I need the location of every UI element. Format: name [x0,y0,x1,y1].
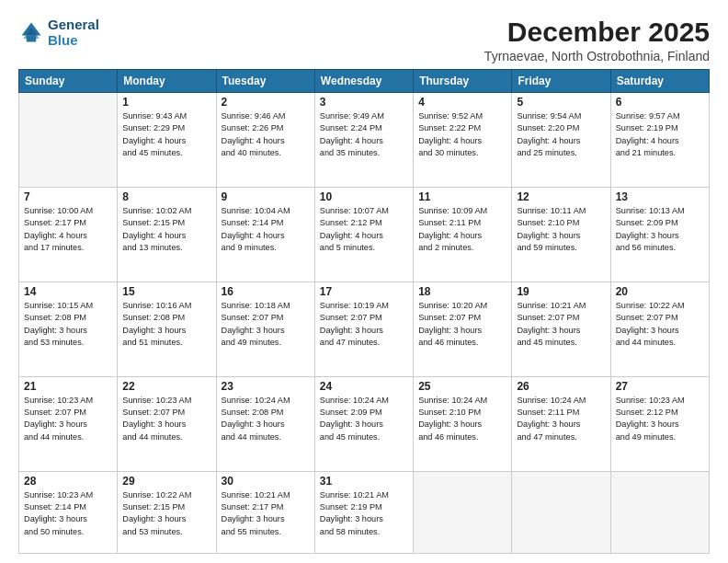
day-number: 11 [418,190,506,203]
calendar-cell: 4Sunrise: 9:52 AMSunset: 2:22 PMDaylight… [414,93,512,188]
calendar-row-1: 1Sunrise: 9:43 AMSunset: 2:29 PMDaylight… [19,93,710,188]
calendar-cell: 11Sunrise: 10:09 AMSunset: 2:11 PMDaylig… [414,187,512,282]
day-info: Sunrise: 10:21 AMSunset: 2:07 PMDaylight… [517,300,605,349]
header: General Blue December 2025 Tyrnaevae, No… [18,17,710,63]
logo-icon [18,19,44,45]
day-info: Sunrise: 10:24 AMSunset: 2:10 PMDaylight… [418,395,506,443]
day-info: Sunrise: 9:43 AMSunset: 2:29 PMDaylight:… [122,110,210,159]
logo: General Blue [18,17,99,49]
day-number: 26 [517,380,605,393]
day-number: 16 [222,285,310,298]
calendar-cell: 20Sunrise: 10:22 AMSunset: 2:07 PMDaylig… [610,282,709,376]
day-info: Sunrise: 10:02 AMSunset: 2:15 PMDaylight… [122,205,210,254]
day-number: 31 [320,475,408,488]
svg-rect-2 [27,36,37,42]
day-number: 19 [517,285,605,298]
day-number: 4 [418,96,506,109]
day-number: 14 [24,285,112,298]
day-info: Sunrise: 9:54 AMSunset: 2:20 PMDaylight:… [517,110,605,159]
day-info: Sunrise: 9:46 AMSunset: 2:26 PMDaylight:… [222,110,310,159]
calendar-row-2: 7Sunrise: 10:00 AMSunset: 2:17 PMDayligh… [19,187,710,282]
day-number: 24 [320,380,408,393]
day-info: Sunrise: 10:11 AMSunset: 2:10 PMDaylight… [517,205,605,254]
col-header-monday: Monday [118,70,216,93]
day-number: 2 [222,96,310,109]
calendar-cell: 25Sunrise: 10:24 AMSunset: 2:10 PMDaylig… [414,376,512,471]
day-info: Sunrise: 10:22 AMSunset: 2:07 PMDaylight… [616,300,704,349]
day-info: Sunrise: 10:23 AMSunset: 2:07 PMDaylight… [24,395,112,443]
day-number: 28 [24,475,112,488]
day-info: Sunrise: 10:24 AMSunset: 2:09 PMDaylight… [320,395,408,443]
subtitle: Tyrnaevae, North Ostrobothnia, Finland [484,49,710,63]
day-number: 12 [517,190,605,203]
calendar-cell: 2Sunrise: 9:46 AMSunset: 2:26 PMDaylight… [216,93,314,188]
col-header-saturday: Saturday [610,70,709,93]
day-info: Sunrise: 9:49 AMSunset: 2:24 PMDaylight:… [320,110,408,159]
day-info: Sunrise: 9:57 AMSunset: 2:19 PMDaylight:… [616,110,704,159]
calendar-cell: 17Sunrise: 10:19 AMSunset: 2:07 PMDaylig… [314,282,413,376]
day-number: 5 [517,96,605,109]
calendar-cell: 21Sunrise: 10:23 AMSunset: 2:07 PMDaylig… [19,376,118,471]
calendar-cell: 10Sunrise: 10:07 AMSunset: 2:12 PMDaylig… [314,187,413,282]
calendar-cell: 30Sunrise: 10:21 AMSunset: 2:17 PMDaylig… [216,471,314,553]
calendar-cell: 12Sunrise: 10:11 AMSunset: 2:10 PMDaylig… [512,187,610,282]
calendar-cell [414,471,512,553]
day-info: Sunrise: 10:22 AMSunset: 2:15 PMDaylight… [122,489,210,538]
col-header-tuesday: Tuesday [216,70,314,93]
day-info: Sunrise: 10:15 AMSunset: 2:08 PMDaylight… [24,300,112,349]
calendar-row-4: 21Sunrise: 10:23 AMSunset: 2:07 PMDaylig… [19,376,710,471]
day-info: Sunrise: 10:21 AMSunset: 2:19 PMDaylight… [320,489,408,538]
day-number: 17 [320,285,408,298]
calendar: SundayMondayTuesdayWednesdayThursdayFrid… [18,69,710,554]
calendar-cell: 6Sunrise: 9:57 AMSunset: 2:19 PMDaylight… [610,93,709,188]
calendar-cell: 26Sunrise: 10:24 AMSunset: 2:11 PMDaylig… [512,376,610,471]
day-number: 7 [24,190,112,203]
day-info: Sunrise: 10:09 AMSunset: 2:11 PMDaylight… [418,205,506,254]
day-info: Sunrise: 10:18 AMSunset: 2:07 PMDaylight… [222,300,310,349]
calendar-cell: 29Sunrise: 10:22 AMSunset: 2:15 PMDaylig… [118,471,216,553]
day-number: 10 [320,190,408,203]
day-number: 3 [320,96,408,109]
col-header-thursday: Thursday [414,70,512,93]
calendar-header-row: SundayMondayTuesdayWednesdayThursdayFrid… [19,70,710,93]
day-number: 15 [122,285,210,298]
calendar-cell: 15Sunrise: 10:16 AMSunset: 2:08 PMDaylig… [118,282,216,376]
calendar-row-3: 14Sunrise: 10:15 AMSunset: 2:08 PMDaylig… [19,282,710,376]
calendar-cell [610,471,709,553]
day-info: Sunrise: 10:16 AMSunset: 2:08 PMDaylight… [122,300,210,349]
logo-line2: Blue [48,32,99,48]
title-block: December 2025 Tyrnaevae, North Ostroboth… [484,17,710,63]
day-number: 13 [616,190,704,203]
calendar-cell [19,93,118,188]
day-number: 27 [616,380,704,393]
day-number: 25 [418,380,506,393]
day-info: Sunrise: 10:00 AMSunset: 2:17 PMDaylight… [24,205,112,254]
day-number: 21 [24,380,112,393]
day-info: Sunrise: 10:24 AMSunset: 2:11 PMDaylight… [517,395,605,443]
calendar-cell: 16Sunrise: 10:18 AMSunset: 2:07 PMDaylig… [216,282,314,376]
main-title: December 2025 [484,17,710,47]
day-info: Sunrise: 10:24 AMSunset: 2:08 PMDaylight… [222,395,310,443]
day-info: Sunrise: 10:23 AMSunset: 2:14 PMDaylight… [24,489,112,538]
day-number: 29 [122,475,210,488]
calendar-cell: 31Sunrise: 10:21 AMSunset: 2:19 PMDaylig… [314,471,413,553]
day-info: Sunrise: 10:13 AMSunset: 2:09 PMDaylight… [616,205,704,254]
day-number: 1 [122,96,210,109]
calendar-cell: 13Sunrise: 10:13 AMSunset: 2:09 PMDaylig… [610,187,709,282]
calendar-cell: 5Sunrise: 9:54 AMSunset: 2:20 PMDaylight… [512,93,610,188]
day-info: Sunrise: 10:21 AMSunset: 2:17 PMDaylight… [222,489,310,538]
col-header-friday: Friday [512,70,610,93]
calendar-cell: 24Sunrise: 10:24 AMSunset: 2:09 PMDaylig… [314,376,413,471]
day-info: Sunrise: 10:19 AMSunset: 2:07 PMDaylight… [320,300,408,349]
calendar-cell: 18Sunrise: 10:20 AMSunset: 2:07 PMDaylig… [414,282,512,376]
day-number: 30 [222,475,310,488]
calendar-cell: 8Sunrise: 10:02 AMSunset: 2:15 PMDayligh… [118,187,216,282]
calendar-cell: 14Sunrise: 10:15 AMSunset: 2:08 PMDaylig… [19,282,118,376]
calendar-cell: 1Sunrise: 9:43 AMSunset: 2:29 PMDaylight… [118,93,216,188]
day-number: 18 [418,285,506,298]
day-info: Sunrise: 9:52 AMSunset: 2:22 PMDaylight:… [418,110,506,159]
day-number: 9 [222,190,310,203]
logo-text: General Blue [48,17,99,49]
calendar-cell: 28Sunrise: 10:23 AMSunset: 2:14 PMDaylig… [19,471,118,553]
calendar-cell: 3Sunrise: 9:49 AMSunset: 2:24 PMDaylight… [314,93,413,188]
